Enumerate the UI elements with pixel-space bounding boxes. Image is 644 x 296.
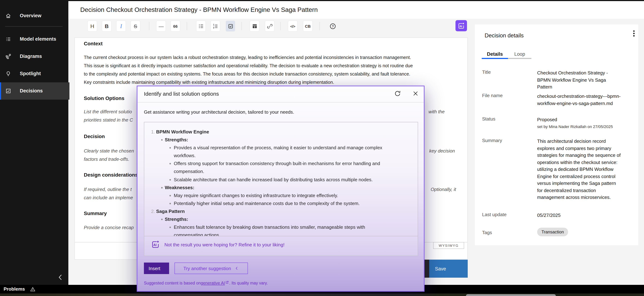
suggestion-list[interactable]: 1. BPMN Workflow Engine Strengths: Provi… xyxy=(144,122,418,236)
sidebar-item-decisions[interactable]: Decisions xyxy=(0,82,70,100)
field-label-status: Status xyxy=(482,116,496,122)
placeholder-line: can include an impleme xyxy=(84,195,137,200)
context-line: Key constraints include maintaining comp… xyxy=(84,80,334,85)
sidebar-item-model-elements[interactable]: Model elements xyxy=(0,30,68,48)
field-value-title: Checkout Orchestration Strategy - BPMN W… xyxy=(537,70,622,90)
sidebar-item-spotlight[interactable]: Spotlight xyxy=(0,65,68,82)
list-bullet xyxy=(170,163,171,164)
table-button[interactable] xyxy=(250,20,260,32)
svg-text:2: 2 xyxy=(213,26,214,29)
sidebar-item-label: Spotlight xyxy=(20,65,41,82)
list-number: 1. xyxy=(151,129,155,135)
horizontal-rule-button[interactable]: — xyxy=(156,20,166,32)
list-bullet xyxy=(170,226,171,228)
sidebar-collapse-button[interactable] xyxy=(56,272,65,282)
insert-button[interactable]: Insert xyxy=(144,262,169,274)
list-bullet xyxy=(170,195,171,196)
problems-label: Problems xyxy=(4,285,25,294)
suggestion-row: May require significant changes to exist… xyxy=(144,192,418,199)
sidebar-item-diagrams[interactable]: Diagrams xyxy=(0,48,68,65)
italic-button[interactable]: I xyxy=(116,20,126,32)
suggestion-row: Weaknesses: xyxy=(144,184,418,191)
document-title-bar: Decision Checkout Orchestration Strategy… xyxy=(68,1,644,19)
toolbar-divider xyxy=(320,22,320,30)
context-line: to the complexity and potential impact o… xyxy=(84,72,410,76)
field-label-title: Title xyxy=(482,70,491,75)
help-button[interactable]: ? xyxy=(328,20,338,32)
suggestion-text: compensating actions. xyxy=(174,232,220,236)
disclaimer-suffix: . Its quality may vary. xyxy=(229,281,268,285)
generative-ai-link[interactable]: generative AI xyxy=(201,281,225,285)
code-block-button[interactable]: CB xyxy=(303,20,313,32)
bullet-list-icon xyxy=(198,23,204,29)
ai-suggestion-modal: Identify and list solution options Get a… xyxy=(137,86,424,292)
link-button[interactable] xyxy=(265,20,274,32)
suggestion-text: Strengths: xyxy=(165,216,188,223)
suggestion-row: Strengths: xyxy=(144,137,418,143)
placeholder-line: factors and trade-offs. xyxy=(84,156,137,162)
suggestion-text: BPMN Workflow Engine xyxy=(156,129,209,135)
close-icon[interactable] xyxy=(410,88,420,98)
regenerate-icon[interactable] xyxy=(392,88,402,98)
list-bullet xyxy=(170,147,171,148)
numbered-list-button[interactable]: 12 xyxy=(210,20,220,32)
bold-icon: B xyxy=(105,23,109,29)
suggestion-text: compensation. xyxy=(174,168,204,175)
suggestion-row: Potentially higher initial setup and mai… xyxy=(144,200,418,207)
tab-loop[interactable]: Loop xyxy=(508,49,532,59)
heading-button[interactable]: H xyxy=(88,20,97,32)
suggestion-text: Saga Pattern xyxy=(156,208,185,215)
code-icon: </> xyxy=(290,24,295,28)
bold-button[interactable]: B xyxy=(102,20,112,32)
field-label-last-update: Last update xyxy=(482,212,506,217)
blockquote-button[interactable]: 66 xyxy=(170,20,180,32)
modal-subtitle: Get assistance writing your architectura… xyxy=(144,109,294,115)
placeholder-fragment: with the xyxy=(428,109,445,114)
list-bullet xyxy=(161,187,162,188)
section-heading-decision: Decision xyxy=(84,134,105,139)
sidebar-item-overview[interactable]: Overview xyxy=(0,7,68,24)
try-another-suggestion-button[interactable]: Try another suggestion xyxy=(174,262,248,274)
refine-strip[interactable]: AI Not the result you were hoping for? R… xyxy=(144,236,418,256)
horizontal-rule-icon: — xyxy=(159,23,163,29)
external-link-icon xyxy=(225,280,229,284)
tab-details[interactable]: Details xyxy=(482,49,508,59)
sidebar-item-label: Overview xyxy=(20,7,41,24)
suggestion-row: Offers strong support for transaction co… xyxy=(144,160,418,167)
overflow-menu-icon[interactable] xyxy=(628,29,636,38)
bullet-list-button[interactable] xyxy=(196,20,206,32)
list-bullet xyxy=(170,203,171,204)
section-heading-solution-options: Solution Options xyxy=(84,95,124,101)
section-heading-design-considerations: Design considerations xyxy=(84,172,138,178)
suggestion-row: workflows. xyxy=(144,152,418,159)
ai-disclaimer: Suggested content is based on generative… xyxy=(144,280,268,285)
ai-assistant-button[interactable]: AI xyxy=(456,20,467,31)
strikethrough-button[interactable]: S xyxy=(130,20,140,32)
suggestion-text: Enhances fault tolerance by breaking dow… xyxy=(174,224,365,230)
section-heading-summary: Summary xyxy=(84,210,107,216)
home-icon xyxy=(6,13,11,19)
inline-code-button[interactable]: </> xyxy=(288,20,298,32)
status-note: set by Mina Nader Rizkallah on 27/05/202… xyxy=(537,124,613,129)
context-line: The current checkout process in our syst… xyxy=(84,55,411,60)
link-icon xyxy=(267,23,272,29)
italic-icon: I xyxy=(120,23,122,29)
modal-title: Identify and list solution options xyxy=(144,91,219,97)
toolbar-divider xyxy=(280,22,281,30)
svg-text:?: ? xyxy=(332,24,334,28)
suggestion-row: Strengths: xyxy=(144,216,418,223)
suggestion-row: Enhances fault tolerance by breaking dow… xyxy=(144,224,418,230)
field-value-last-update: 05/27/2025 xyxy=(537,212,622,219)
list-bullet xyxy=(161,139,162,141)
heading-icon: H xyxy=(90,23,94,29)
save-button[interactable]: Save xyxy=(429,260,468,278)
field-value-status: Proposed xyxy=(537,116,622,123)
suggestion-text: May require significant changes to exist… xyxy=(174,192,338,199)
ai-icon: AI xyxy=(151,240,160,249)
toolbar-divider xyxy=(187,22,187,30)
wysiwyg-mode-label: WYSIWYG xyxy=(433,242,464,249)
svg-text:AI: AI xyxy=(153,243,156,247)
app-window: Overview Model elements Diagrams Spotlig… xyxy=(0,0,644,296)
task-list-button[interactable] xyxy=(226,20,235,32)
strikethrough-icon: S xyxy=(134,23,137,29)
